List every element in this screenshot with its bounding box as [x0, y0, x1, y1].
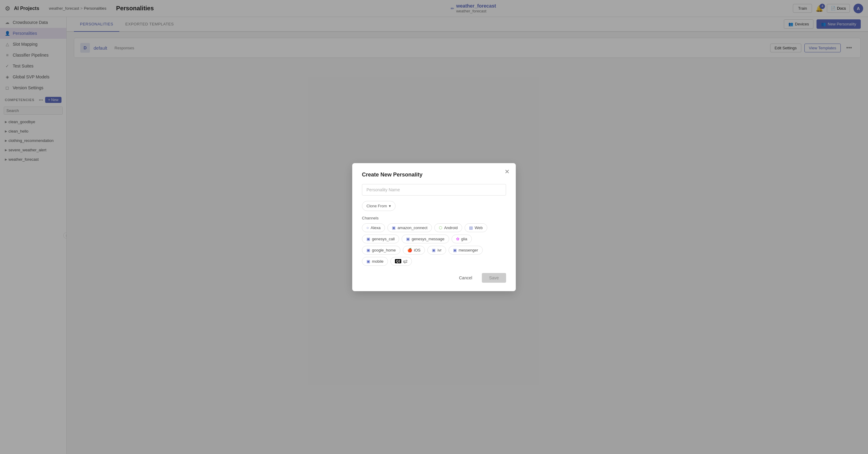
channel-chip-google-home[interactable]: ▣ google_home — [362, 246, 400, 255]
alexa-icon: ○ — [367, 226, 369, 230]
channel-chip-glia[interactable]: ✿ glia — [452, 234, 472, 244]
google-home-icon: ▣ — [367, 248, 370, 252]
channel-label-mobile: mobile — [372, 259, 383, 264]
channel-chip-genesys-message[interactable]: ▣ genesys_message — [402, 234, 449, 244]
genesys-message-icon: ▣ — [406, 237, 410, 241]
channel-label-messenger: messenger — [459, 248, 478, 252]
ios-icon: 🍎 — [407, 248, 412, 252]
channel-label-android: Android — [444, 226, 458, 230]
amazon-connect-icon: ▣ — [392, 226, 396, 230]
create-personality-modal: ✕ Create New Personality Clone From ▾ Ch… — [352, 163, 516, 291]
channel-chip-web[interactable]: ▤ Web — [465, 223, 487, 232]
channel-label-web: Web — [474, 226, 483, 230]
channel-label-amazon-connect: amazon_connect — [397, 226, 427, 230]
cancel-button[interactable]: Cancel — [453, 273, 478, 283]
web-icon: ▤ — [469, 226, 473, 230]
channel-label-genesys-call: genesys_call — [372, 237, 395, 241]
channel-label-glia: glia — [461, 237, 467, 241]
clone-from-chevron-icon: ▾ — [389, 204, 391, 208]
personality-name-input[interactable] — [362, 184, 506, 196]
channels-label: Channels — [362, 216, 506, 220]
channel-chip-alexa[interactable]: ○ Alexa — [362, 223, 385, 232]
modal-title: Create New Personality — [362, 172, 506, 178]
channels-grid: ○ Alexa ▣ amazon_connect ⬡ Android ▤ Web… — [362, 223, 506, 266]
clone-from-label: Clone From — [367, 204, 387, 208]
modal-overlay[interactable]: ✕ Create New Personality Clone From ▾ Ch… — [0, 0, 868, 454]
mobile-icon: ▣ — [367, 259, 370, 264]
messenger-icon: ▣ — [453, 248, 457, 252]
modal-close-button[interactable]: ✕ — [504, 168, 510, 175]
q2-icon: Q2 — [395, 259, 401, 263]
channel-chip-android[interactable]: ⬡ Android — [434, 223, 462, 232]
clone-from-button[interactable]: Clone From ▾ — [362, 201, 396, 211]
clone-from-container: Clone From ▾ — [362, 201, 506, 211]
channel-chip-ivr[interactable]: ▣ ivr — [427, 246, 446, 255]
channel-label-q2: q2 — [403, 259, 407, 264]
channel-chip-mobile[interactable]: ▣ mobile — [362, 257, 388, 266]
channel-chip-ios[interactable]: 🍎 iOS — [403, 246, 425, 255]
channel-chip-q2[interactable]: Q2 q2 — [391, 257, 412, 266]
channel-chip-messenger[interactable]: ▣ messenger — [448, 246, 483, 255]
genesys-call-icon: ▣ — [367, 237, 370, 241]
channel-label-ivr: ivr — [437, 248, 441, 252]
channel-label-google-home: google_home — [372, 248, 396, 252]
channel-chip-amazon-connect[interactable]: ▣ amazon_connect — [388, 223, 432, 232]
channel-label-alexa: Alexa — [371, 226, 381, 230]
save-button[interactable]: Save — [482, 273, 506, 283]
modal-footer: Cancel Save — [362, 273, 506, 283]
glia-icon: ✿ — [456, 237, 460, 241]
channel-label-genesys-message: genesys_message — [411, 237, 444, 241]
channel-label-ios: iOS — [414, 248, 421, 252]
android-icon: ⬡ — [439, 226, 442, 230]
channel-chip-genesys-call[interactable]: ▣ genesys_call — [362, 234, 399, 244]
ivr-icon: ▣ — [432, 248, 435, 252]
